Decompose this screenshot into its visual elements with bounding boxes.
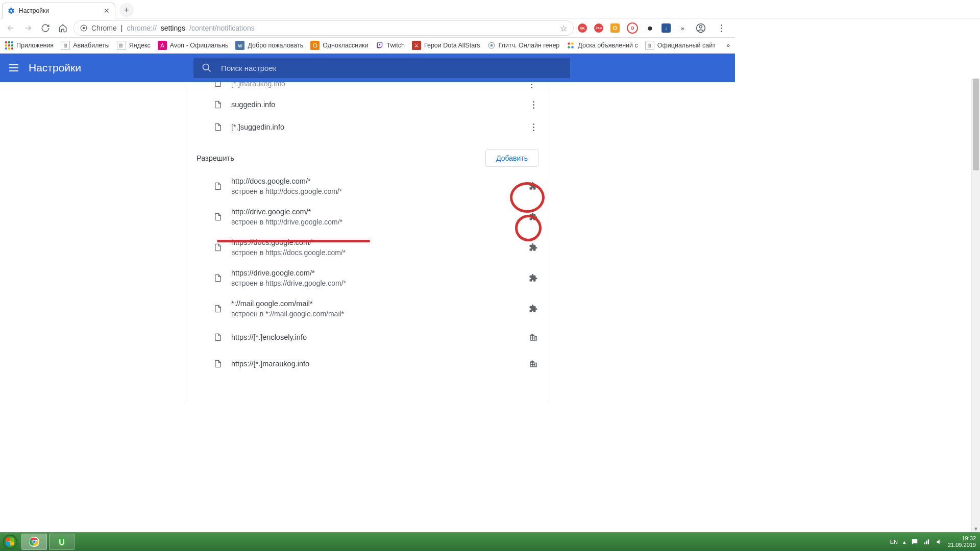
bookmark-item[interactable]: Twitch [376, 41, 405, 49]
site-row-type-icon [528, 273, 538, 283]
page-icon [214, 333, 222, 341]
extension-opera-icon[interactable]: O [627, 22, 638, 34]
bookmark-star-icon[interactable]: ☆ [560, 23, 567, 33]
site-row-allow[interactable]: *://mail.google.com/mail*встроен в *://m… [186, 293, 549, 324]
add-site-button[interactable]: Добавить [485, 149, 538, 167]
site-row-title: *://mail.google.com/mail* [231, 299, 313, 308]
site-row-allow[interactable]: https://docs.google.com/*встроен в https… [186, 232, 549, 263]
site-row-allow[interactable]: https://drive.google.com/*встроен в http… [186, 263, 549, 293]
site-row-title: https://drive.google.com/* [231, 269, 315, 277]
page-icon [214, 305, 222, 313]
settings-app-header: Настройки Поиск настроек [0, 54, 735, 82]
site-row-subtitle: встроен в http://drive.google.com/* [231, 218, 528, 226]
extension-devtools-icon[interactable]: ⬢ [645, 23, 654, 33]
nav-forward-button[interactable] [21, 21, 35, 35]
bookmark-item[interactable]: ⚔Герои Dota AllStars [412, 41, 480, 50]
settings-title: Настройки [29, 62, 81, 74]
bookmark-item[interactable]: Доска объявлений с [567, 41, 638, 49]
svg-point-8 [568, 46, 570, 48]
site-row-menu-button[interactable] [526, 82, 536, 89]
site-row-title: https://docs.google.com/* [231, 238, 314, 246]
omnibox-separator: | [121, 24, 123, 32]
svg-point-10 [203, 64, 209, 70]
svg-point-3 [700, 26, 702, 28]
profile-button[interactable] [694, 21, 707, 35]
site-row-menu-button[interactable] [528, 122, 538, 132]
page-icon [214, 101, 222, 109]
nav-reload-button[interactable] [39, 21, 52, 35]
omnibox-url-prefix: chrome:// [127, 24, 156, 32]
svg-point-6 [568, 42, 570, 45]
bookmark-item[interactable]: 🗎Яндекс [117, 41, 151, 50]
bookmark-item[interactable]: 🗎Авиабилеты [61, 41, 110, 50]
extension-yandex-icon[interactable]: YAB [594, 23, 603, 33]
page-icon [214, 360, 222, 368]
site-row-allow[interactable]: https://[*.]maraukog.info [186, 350, 549, 377]
bookmark-item[interactable]: OОдноклассники [310, 41, 368, 50]
site-row-type-icon [528, 212, 538, 222]
browser-tabstrip: Настройки ✕ + [0, 0, 735, 18]
chrome-menu-button[interactable] [715, 21, 728, 35]
address-bar[interactable]: Chrome | chrome://settings/content/notif… [74, 20, 574, 36]
extension-save-icon[interactable]: ↓ [662, 23, 671, 33]
bookmark-label: Яндекс [129, 42, 151, 49]
allow-section-header: Разрешить Добавить [186, 138, 549, 171]
nav-home-button[interactable] [56, 21, 69, 35]
browser-toolbar: Chrome | chrome://settings/content/notif… [0, 19, 735, 38]
page-icon [214, 182, 222, 190]
site-row-block[interactable]: [*.]suggedin.info [186, 116, 549, 138]
apps-icon [5, 41, 13, 49]
site-row-title: https://[*.]maraukog.info [231, 360, 309, 368]
extension-vk-icon[interactable]: VK [578, 23, 587, 33]
site-row-block[interactable]: suggedin.info [186, 93, 549, 116]
page-icon [214, 274, 222, 282]
site-row-menu-button[interactable] [528, 99, 538, 110]
site-row-subtitle: встроен в *://mail.google.com/mail* [231, 310, 528, 318]
settings-search-box[interactable]: Поиск настроек [193, 58, 570, 78]
twitch-icon [376, 41, 384, 49]
bookmark-label: Официальный сайт [657, 42, 716, 49]
dota-icon: ⚔ [412, 41, 421, 50]
bookmark-apps[interactable]: Приложения [5, 41, 54, 49]
site-row-type-icon [528, 304, 538, 314]
page-icon: 🗎 [117, 41, 126, 50]
site-row-subtitle: встроен в https://docs.google.com/* [231, 248, 528, 257]
site-row-allow[interactable]: http://docs.google.com/*встроен в http:/… [186, 171, 549, 202]
svg-point-9 [571, 46, 574, 48]
bookmark-item[interactable]: Глитч. Онлайн генер [487, 41, 560, 49]
page-icon [214, 82, 222, 87]
site-row-type-icon [528, 181, 538, 191]
bookmark-item[interactable]: 🗎Официальный сайт [645, 41, 716, 50]
site-row-type-icon [528, 359, 538, 369]
extension-icon [529, 243, 538, 252]
site-row-subtitle: встроен в http://docs.google.com/* [231, 187, 528, 195]
bookmarks-overflow-button[interactable]: » [726, 42, 730, 49]
site-row-allow[interactable]: https://[*.]enclosely.info [186, 324, 549, 350]
section-label: Разрешить [197, 154, 234, 162]
glitch-icon [487, 41, 496, 49]
extension-icon [529, 212, 538, 221]
bookmark-label: Avon - Официальнь [170, 42, 229, 49]
omnibox-scheme: Chrome [91, 24, 117, 32]
site-row-title: https://[*.]enclosely.info [231, 333, 307, 341]
org-icon [529, 333, 538, 342]
extension-icon [529, 304, 538, 313]
site-row-title: [*.]maraukog.info [231, 82, 285, 88]
tab-settings[interactable]: Настройки ✕ [2, 3, 115, 18]
site-row-title: http://drive.google.com/* [231, 208, 311, 216]
extension-ok-icon[interactable]: O [610, 23, 620, 33]
hamburger-menu-button[interactable] [9, 64, 18, 71]
bookmark-label: Авиабилеты [73, 42, 110, 49]
new-tab-button[interactable]: + [119, 3, 134, 17]
omnibox-url-suffix: /content/notifications [189, 24, 255, 32]
extension-infinity-icon[interactable]: ∞ [678, 23, 687, 33]
nav-back-button[interactable] [4, 21, 17, 35]
svg-point-1 [83, 27, 85, 30]
site-row-allow[interactable]: http://drive.google.com/*встроен в http:… [186, 202, 549, 232]
bookmarks-bar: Приложения 🗎Авиабилеты 🗎Яндекс AAvon - О… [0, 38, 735, 54]
bookmark-label: Приложения [16, 42, 54, 49]
site-row-partial[interactable]: [*.]maraukog.info [186, 82, 549, 93]
bookmark-item[interactable]: wДобро пожаловать [235, 41, 303, 50]
tab-close-button[interactable]: ✕ [104, 7, 110, 15]
bookmark-item[interactable]: AAvon - Официальнь [158, 41, 229, 50]
